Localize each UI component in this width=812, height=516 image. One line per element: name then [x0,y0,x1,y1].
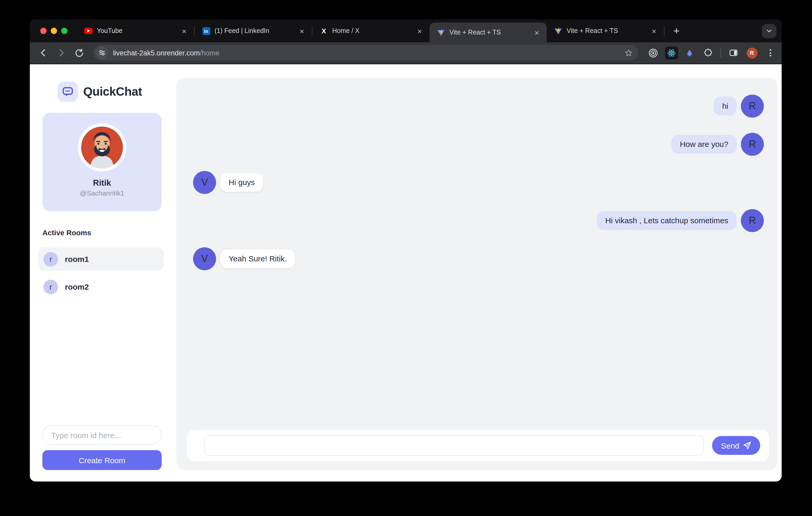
create-room-button[interactable]: Create Room [42,450,162,470]
puzzle-icon [703,48,712,57]
sender-avatar: V [193,171,216,194]
bookmark-star-button[interactable] [624,48,633,57]
room-id-input[interactable] [42,425,162,445]
flame-extension-button[interactable] [682,45,697,60]
url-text: livechat-2ak5.onrender.com/home [113,49,220,57]
x-favicon-icon: X [320,27,328,35]
site-info-button[interactable] [96,47,108,59]
chat-message: V Yeah Sure! Ritik. [193,247,764,270]
profile-handle: @Sachanritik1 [80,189,124,197]
address-bar[interactable]: livechat-2ak5.onrender.com/home [94,45,638,61]
refresh-icon [74,48,84,58]
toolbar-extensions: R [646,45,778,60]
window-controls [30,28,77,34]
message-bubble: hi [714,97,737,116]
tab-close-icon[interactable]: × [649,26,659,35]
tab-title: YouTube [97,27,175,34]
flame-icon [685,48,694,58]
tab-close-icon[interactable]: × [179,26,189,35]
vite-favicon-icon [554,27,562,35]
tab-youtube[interactable]: YouTube × [77,19,194,42]
chat-bubble-icon [58,82,78,102]
page-title: QuickChat [83,85,142,99]
chat-message: How are you? R [193,133,764,156]
message-bubble: Hi guys [220,173,263,192]
linkedin-favicon-icon: in [202,27,210,35]
chat-message: hi R [193,95,764,118]
tab-vite-active[interactable]: Vite + React + TS × [430,23,547,42]
message-bubble: How are you? [671,135,737,154]
tab-close-icon[interactable]: × [532,28,542,37]
kebab-dots-icon [770,49,771,57]
paper-plane-icon [743,441,751,450]
chat-message: Hi vikash , Lets catchup sometimes R [193,209,764,232]
rooms-title: Active Rooms [42,229,91,237]
sender-avatar: R [741,95,764,118]
browser-profile-button[interactable]: R [745,45,759,60]
vite-favicon-icon [437,28,445,37]
react-devtools-button[interactable] [664,45,678,60]
sidebar-item-room2[interactable]: r room2 [38,275,164,299]
side-panel-button[interactable] [726,45,741,60]
sidebar-item-room1[interactable]: r room1 [38,247,164,271]
chat-message: V Hi guys [193,171,764,194]
reload-button[interactable] [72,45,86,60]
tab-title: Vite + React + TS [567,27,645,34]
message-bubble: Yeah Sure! Ritik. [220,249,295,268]
extensions-button[interactable] [701,45,715,60]
room-avatar: r [44,252,58,266]
new-tab-button[interactable]: + [669,23,684,39]
react-atom-icon [665,46,678,59]
browser-menu-button[interactable] [763,45,778,60]
browser-toolbar: livechat-2ak5.onrender.com/home [30,42,782,64]
room-avatar: r [44,279,58,294]
chevron-down-icon [765,27,773,34]
tab-title: Home / X [332,27,411,34]
youtube-favicon-icon [84,27,93,35]
message-bubble: Hi vikash , Lets catchup sometimes [597,211,737,230]
concentric-circles-icon [648,48,658,58]
tab-close-icon[interactable]: × [297,26,307,35]
sender-avatar: V [193,247,216,270]
tab-title: (1) Feed | LinkedIn [214,27,293,34]
tab-vite-2[interactable]: Vite + React + TS × [547,19,664,42]
message-input[interactable] [204,435,704,456]
toolbar-divider [720,48,721,58]
forward-button[interactable] [54,45,68,60]
window-close-button[interactable] [40,28,47,34]
tab-close-icon[interactable]: × [415,26,424,35]
arrow-right-icon [56,48,66,58]
send-label: Send [721,441,739,450]
profile-name: Ritik [93,178,111,188]
profile-card: Ritik @Sachanritik1 [42,113,162,211]
room-name: room1 [65,254,89,264]
window-zoom-button[interactable] [61,28,67,34]
tab-strip: YouTube × in (1) Feed | LinkedIn × X Hom… [30,19,782,42]
tab-linkedin[interactable]: in (1) Feed | LinkedIn × [195,19,312,42]
arrow-left-icon [38,48,49,58]
page-content: QuickChat [30,64,782,482]
tab-divider [664,26,664,35]
app-brand: QuickChat [58,82,142,102]
room-name: room2 [65,282,89,291]
tune-sliders-icon [98,49,106,57]
window-minimize-button[interactable] [51,28,57,34]
message-composer: Send [187,430,769,461]
tab-title: Vite + React + TS [450,29,528,36]
sender-avatar: R [741,133,764,156]
profile-avatar: R [746,47,757,58]
desktop: YouTube × in (1) Feed | LinkedIn × X Hom… [0,0,812,516]
star-icon [624,48,633,57]
tab-x[interactable]: X Home / X × [312,19,430,42]
tab-search-button[interactable] [762,24,776,38]
split-panel-icon [729,48,738,58]
message-list: hi R How are you? R V Hi guys Hi vikash … [176,78,778,270]
target-extension-button[interactable] [646,45,660,60]
chat-panel: hi R How are you? R V Hi guys Hi vikash … [176,78,778,470]
sender-avatar: R [741,209,764,232]
browser-window: YouTube × in (1) Feed | LinkedIn × X Hom… [30,19,782,482]
user-avatar [78,123,126,172]
back-button[interactable] [36,45,51,60]
send-button[interactable]: Send [712,436,760,455]
